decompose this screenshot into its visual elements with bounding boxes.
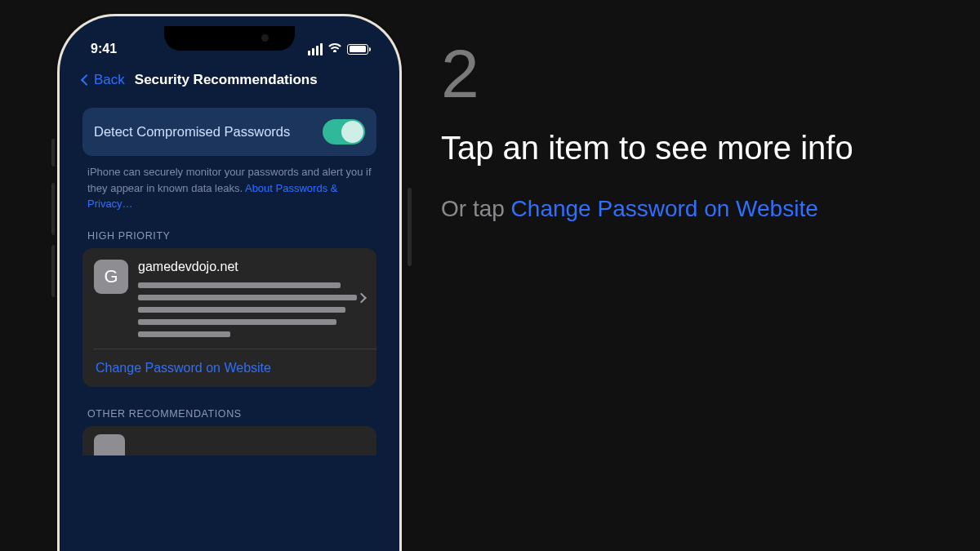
chevron-left-icon	[81, 74, 92, 86]
nav-bar: Back Security Recommendations	[69, 64, 390, 101]
instruction-sub-prefix: Or tap	[441, 196, 511, 221]
page-title: Security Recommendations	[135, 72, 318, 88]
toggle-switch[interactable]	[323, 119, 365, 144]
phone-side-button	[51, 139, 56, 167]
status-icons	[308, 43, 368, 56]
phone-frame: 9:41 Back Security Recommendations Detec…	[69, 26, 390, 551]
phone-notch	[164, 26, 295, 51]
phone-side-button	[51, 245, 56, 297]
redacted-description	[138, 282, 368, 337]
section-other-label: OTHER RECOMMENDATIONS	[82, 402, 376, 426]
cellular-icon	[308, 43, 323, 56]
site-initial-icon	[94, 434, 125, 455]
high-priority-card: G gamedevdojo.net Change Password on Web…	[82, 248, 376, 387]
instruction-subline: Or tap Change Password on Website	[441, 191, 931, 226]
status-time: 9:41	[91, 42, 117, 56]
step-number: 2	[441, 39, 931, 108]
battery-icon	[347, 44, 368, 55]
toggle-explanation: iPhone can securely monitor your passwor…	[82, 156, 376, 224]
phone-side-button	[408, 188, 412, 266]
password-item-row[interactable]: G gamedevdojo.net	[82, 248, 376, 349]
change-password-button[interactable]: Change Password on Website	[82, 349, 376, 387]
section-high-priority-label: HIGH PRIORITY	[82, 224, 376, 248]
wifi-icon	[327, 43, 342, 55]
instruction-headline: Tap an item to see more info	[441, 127, 931, 168]
instruction-sub-accent: Change Password on Website	[511, 196, 818, 221]
toggle-label: Detect Compromised Passwords	[94, 124, 290, 140]
scroll-content[interactable]: Detect Compromised Passwords iPhone can …	[69, 101, 390, 455]
instruction-panel: 2 Tap an item to see more info Or tap Ch…	[441, 39, 931, 226]
back-label: Back	[94, 72, 125, 88]
phone-side-button	[51, 183, 56, 235]
detect-compromised-toggle-row[interactable]: Detect Compromised Passwords	[82, 108, 376, 156]
back-button[interactable]: Back	[82, 72, 125, 88]
site-initial-icon: G	[94, 260, 128, 294]
other-recommendations-card[interactable]	[82, 426, 376, 455]
site-name: gamedevdojo.net	[138, 260, 368, 274]
